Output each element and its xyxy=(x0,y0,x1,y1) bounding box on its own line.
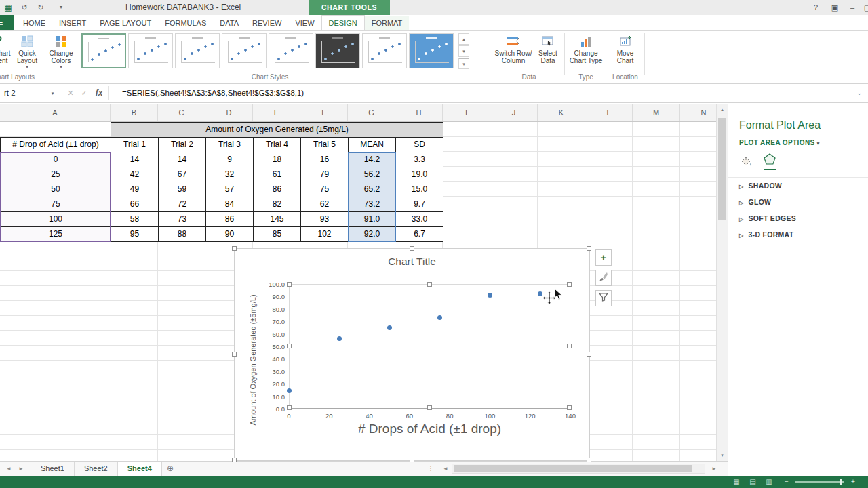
sheet-tab-sheet2[interactable]: Sheet2 xyxy=(75,462,118,476)
tab-review[interactable]: REVIEW xyxy=(245,16,288,30)
data-cell[interactable]: 14.2 xyxy=(348,152,396,167)
sheet-nav-left-icon[interactable]: ◄ xyxy=(3,462,15,476)
cancel-icon[interactable]: ✕ xyxy=(64,84,77,102)
data-cell[interactable]: 86 xyxy=(205,211,254,227)
minimize-icon[interactable]: – xyxy=(845,0,860,15)
data-cell[interactable]: 90 xyxy=(205,226,254,242)
panel-section-shadow[interactable]: ▷SHADOW xyxy=(728,178,868,194)
chart-style-button[interactable] xyxy=(595,270,612,286)
chart-style-tile-1[interactable] xyxy=(81,33,126,68)
tab-data[interactable]: DATA xyxy=(213,16,245,30)
add-chart-element-button[interactable]: Add Chart Element ▾ xyxy=(0,33,14,73)
name-box-dropdown-icon[interactable]: ▾ xyxy=(47,84,58,102)
column-header-E[interactable]: E xyxy=(253,104,300,121)
add-sheet-icon[interactable]: ⊕ xyxy=(163,462,178,476)
chart-style-tile-7[interactable] xyxy=(362,33,407,68)
data-cell[interactable]: 66 xyxy=(111,197,159,212)
chart-selection-handle[interactable] xyxy=(587,458,591,462)
change-colors-button[interactable]: Change Colors ▾ xyxy=(43,33,79,73)
quick-access-customize-icon[interactable]: ▾ xyxy=(54,0,68,15)
panel-section-glow[interactable]: ▷GLOW xyxy=(728,194,868,210)
data-cell[interactable]: 84 xyxy=(205,197,254,212)
chart-style-tile-5[interactable] xyxy=(269,33,313,68)
chart-selection-handle[interactable] xyxy=(232,352,237,357)
plot-area-selection-handle[interactable] xyxy=(427,405,432,410)
tab-insert[interactable]: INSERT xyxy=(52,16,93,30)
page-layout-view-icon[interactable]: ▤ xyxy=(746,476,760,488)
tab-format[interactable]: FORMAT xyxy=(365,16,410,30)
data-point[interactable] xyxy=(387,325,392,330)
chart-style-tile-3[interactable] xyxy=(175,33,220,68)
scroll-right-icon[interactable]: ► xyxy=(708,462,720,476)
plot-area-selection-handle[interactable] xyxy=(287,282,292,287)
data-point[interactable] xyxy=(287,388,292,393)
column-header-C[interactable]: C xyxy=(158,104,205,121)
data-cell[interactable]: 14 xyxy=(111,152,159,167)
tab-page-layout[interactable]: PAGE LAYOUT xyxy=(93,16,158,30)
chart-style-tile-6[interactable] xyxy=(315,33,360,68)
chart-selection-handle[interactable] xyxy=(410,246,414,251)
chart-style-tile-2[interactable] xyxy=(128,33,173,68)
data-point[interactable] xyxy=(337,336,342,341)
chart-selection-handle[interactable] xyxy=(587,246,591,251)
table-header-cell[interactable]: Trial 2 xyxy=(158,137,206,152)
column-header-M[interactable]: M xyxy=(633,104,680,121)
plot-area-selection-handle[interactable] xyxy=(567,405,572,410)
tab-formulas[interactable]: FORMULAS xyxy=(158,16,213,30)
enter-icon[interactable]: ✓ xyxy=(77,84,91,102)
data-cell[interactable]: 49 xyxy=(111,182,159,197)
x-axis-title[interactable]: # Drops of Acid (±1 drop) xyxy=(289,422,570,436)
data-cell[interactable]: 91.0 xyxy=(348,211,396,227)
merged-title-cell[interactable]: Amount of Oxygen Generated (±5mg/L) xyxy=(111,122,443,138)
data-cell[interactable]: 58 xyxy=(111,211,159,227)
column-header-F[interactable]: F xyxy=(300,104,348,121)
ribbon-display-options-icon[interactable]: ▣ xyxy=(827,0,842,15)
table-header-cell[interactable]: MEAN xyxy=(348,137,396,152)
panel-section-3-d-format[interactable]: ▷3-D FORMAT xyxy=(728,226,868,243)
data-cell[interactable]: 85 xyxy=(253,226,301,242)
scroll-up-icon[interactable]: ▴ xyxy=(717,104,728,115)
table-header-cell[interactable]: Trial 5 xyxy=(300,137,349,152)
vertical-scrollbar[interactable]: ▴ ▾ xyxy=(716,104,728,461)
fill-line-icon[interactable] xyxy=(739,155,753,170)
chart-elements-button[interactable]: + xyxy=(595,249,612,266)
redo-icon[interactable]: ↻ xyxy=(34,0,47,15)
data-cell[interactable]: 57 xyxy=(205,182,254,197)
column-header-G[interactable]: G xyxy=(348,104,395,121)
tab-splitter-icon[interactable]: ⋮ xyxy=(427,462,434,476)
data-cell[interactable]: 79 xyxy=(300,167,349,182)
horizontal-scroll-thumb[interactable] xyxy=(454,465,692,472)
table-header-cell[interactable]: # Drop of Acid (±1 drop) xyxy=(0,137,111,152)
tab-design[interactable]: DESIGN xyxy=(321,15,365,30)
column-header-A[interactable]: A xyxy=(0,104,111,121)
tab-file[interactable]: FILE xyxy=(0,15,14,30)
gallery-more-icon[interactable]: ▾ xyxy=(458,58,469,69)
data-cell[interactable]: 0 xyxy=(0,152,111,167)
plot-area[interactable] xyxy=(289,284,570,409)
switch-row-column-button[interactable]: Switch Row/ Column xyxy=(494,33,533,73)
formula-input[interactable]: =SERIES(,Sheet4!$A$3:$A$8,Sheet4!$G$3:$G… xyxy=(122,84,304,102)
data-cell[interactable]: 92.0 xyxy=(348,226,396,242)
maximize-icon[interactable]: ▢ xyxy=(860,0,868,15)
tab-view[interactable]: VIEW xyxy=(288,16,321,30)
data-cell[interactable]: 9.7 xyxy=(395,197,443,212)
data-cell[interactable]: 145 xyxy=(253,211,301,227)
help-icon[interactable]: ? xyxy=(808,0,823,15)
data-cell[interactable]: 125 xyxy=(0,226,111,242)
plot-area-options-dropdown[interactable]: PLOT AREA OPTIONS ▾ xyxy=(739,139,868,146)
zoom-slider-thumb[interactable] xyxy=(840,479,842,485)
column-header-J[interactable]: J xyxy=(490,104,538,121)
sheet-nav-right-icon[interactable]: ► xyxy=(15,462,27,476)
tab-home[interactable]: HOME xyxy=(16,16,52,30)
column-header-H[interactable]: H xyxy=(395,104,443,121)
data-point[interactable] xyxy=(437,315,442,320)
quick-layout-button[interactable]: Quick Layout ▾ xyxy=(12,33,42,73)
data-cell[interactable]: 93 xyxy=(300,211,349,227)
data-cell[interactable]: 9 xyxy=(205,152,254,167)
plot-area-selection-handle[interactable] xyxy=(567,344,572,348)
data-cell[interactable]: 33.0 xyxy=(395,211,443,227)
data-cell[interactable]: 25 xyxy=(0,167,111,182)
data-cell[interactable]: 86 xyxy=(253,182,301,197)
column-header-D[interactable]: D xyxy=(205,104,253,121)
chart-style-tile-4[interactable] xyxy=(222,33,267,68)
